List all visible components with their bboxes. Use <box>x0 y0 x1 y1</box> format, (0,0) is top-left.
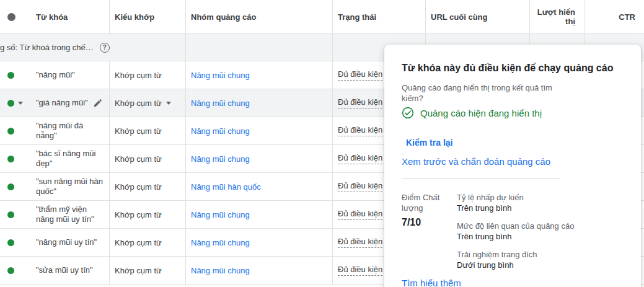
ad-group-link[interactable]: Nâng mũi hàn quốc <box>191 182 261 192</box>
row-ad-group-cell: Nâng mũi chung <box>186 145 333 172</box>
ad-group-link[interactable]: Nâng mũi chung <box>191 99 250 108</box>
status-enabled-dot-icon[interactable] <box>7 100 14 107</box>
popup-question: Quảng cáo đang hiển thị trong kết quả tì… <box>402 82 575 104</box>
row-match-type-cell: Khớp cụm từ <box>110 257 186 284</box>
match-type-text: Khớp cụm từ <box>115 210 162 219</box>
popup-divider <box>402 178 560 179</box>
quality-metric: Tỷ lệ nhấp dự kiến Trên trung bình <box>457 192 574 213</box>
ad-group-link[interactable]: Nâng mũi chung <box>191 210 250 219</box>
row-match-type-cell: Khớp cụm từ <box>110 145 186 172</box>
ad-group-link[interactable]: Nâng mũi chung <box>191 126 250 136</box>
serving-status-text: Quảng cáo hiện đang hiển thị <box>420 108 542 118</box>
row-match-type-cell: Khớp cụm từ <box>110 117 186 144</box>
header-final-url[interactable]: URL cuối cùng <box>426 0 530 33</box>
status-enabled-dot-icon[interactable] <box>7 72 14 79</box>
help-icon[interactable]: ? <box>100 43 110 53</box>
row-status-cell <box>0 229 29 256</box>
check-circle-icon <box>402 107 414 119</box>
status-text[interactable]: Đủ điều kiện <box>338 237 382 248</box>
status-enabled-dot-icon[interactable] <box>7 156 14 162</box>
status-text[interactable]: Đủ điều kiện <box>338 181 382 192</box>
preview-diagnose-link[interactable]: Xem trước và chẩn đoán quảng cáo <box>402 156 626 167</box>
summary-label-cell: g số: Từ khoá trong chế… ? <box>0 34 110 61</box>
row-ad-group-cell: Nâng mũi chung <box>186 229 333 256</box>
popup-title: Từ khóa này đủ điều kiện để chạy quảng c… <box>402 62 626 74</box>
row-keyword-cell: "nâng mũi đà nẵng" <box>29 117 110 144</box>
match-type-text: Khớp cụm từ <box>115 126 162 136</box>
quality-score-section: Điểm Chất lượng 7/10 Tỷ lệ nhấp dự kiến … <box>402 192 626 278</box>
row-match-type-cell: Khớp cụm từ <box>110 201 186 228</box>
row-ad-group-cell: Nâng mũi chung <box>186 61 333 89</box>
row-ad-group-cell: Nâng mũi chung <box>186 201 333 228</box>
metric-value: Trên trung bình <box>457 203 574 213</box>
metric-value: Dưới trung bình <box>457 260 574 270</box>
keyword-text: "nâng mũi" <box>36 70 75 80</box>
quality-score-metrics: Tỷ lệ nhấp dự kiến Trên trung bình Mức đ… <box>457 192 574 278</box>
status-text[interactable]: Đủ điều kiện <box>338 209 382 220</box>
keyword-text: "bác sĩ nâng mũi đẹp" <box>36 149 104 169</box>
status-enabled-dot-icon[interactable] <box>7 239 14 246</box>
match-type-text: Khớp cụm từ <box>115 99 162 108</box>
status-text[interactable]: Đủ điều kiện <box>338 97 382 108</box>
row-ad-group-cell: Nâng mũi chung <box>186 89 333 117</box>
match-type-text: Khớp cụm từ <box>115 266 162 275</box>
status-text[interactable]: Đủ điều kiện <box>338 265 382 276</box>
match-type-text: Khớp cụm từ <box>115 154 162 164</box>
quality-metric: Trải nghiệm trang đích Dưới trung bình <box>457 249 574 270</box>
row-match-type-cell: Khớp cụm từ <box>110 89 186 117</box>
header-match-type[interactable]: Kiểu khớp <box>110 0 186 33</box>
learn-more-link[interactable]: Tìm hiểu thêm <box>402 278 461 287</box>
recheck-link[interactable]: Kiểm tra lại <box>406 138 452 148</box>
row-status-cell <box>0 201 29 228</box>
row-ad-group-cell: Nâng mũi chung <box>186 117 333 144</box>
serving-status-line: Quảng cáo hiện đang hiển thị <box>402 107 626 119</box>
match-type-text: Khớp cụm từ <box>115 71 162 80</box>
keyword-text: "nâng mũi đà nẵng" <box>36 121 104 141</box>
table-header: Từ khóa Kiểu khớp Nhóm quảng cáo Trạng t… <box>0 0 644 34</box>
ad-group-link[interactable]: Nâng mũi chung <box>191 71 250 80</box>
keyword-diagnosis-popup: Từ khóa này đủ điều kiện để chạy quảng c… <box>384 45 641 287</box>
row-status-cell <box>0 173 29 200</box>
row-status-cell <box>0 61 29 89</box>
keyword-text: "nâng mũi uy tín" <box>36 237 97 247</box>
row-ad-group-cell: Nâng mũi chung <box>186 257 333 284</box>
row-ad-group-cell: Nâng mũi hàn quốc <box>186 173 333 200</box>
ad-group-link[interactable]: Nâng mũi chung <box>191 238 250 247</box>
metric-value: Trên trung bình <box>457 231 574 242</box>
header-status[interactable]: Trạng thái <box>333 0 426 33</box>
row-status-cell <box>0 117 29 144</box>
quality-score-value: 7/10 <box>402 217 457 228</box>
ad-group-link[interactable]: Nâng mũi chung <box>191 154 250 164</box>
edit-pencil-icon[interactable] <box>93 98 103 108</box>
row-status-cell <box>0 257 29 284</box>
row-status-cell <box>0 145 29 172</box>
row-keyword-cell: "giá nâng mũi" <box>29 89 110 117</box>
header-status-dot-cell[interactable] <box>0 0 29 33</box>
metric-label: Mức độ liên quan của quảng cáo <box>457 221 574 231</box>
row-match-type-cell: Khớp cụm từ <box>110 173 186 200</box>
header-ctr[interactable]: CTR <box>584 0 644 33</box>
status-text[interactable]: Đủ điều kiện <box>338 69 382 81</box>
row-keyword-cell: "sụn nâng mũi hàn quốc" <box>29 173 110 200</box>
row-keyword-cell: "thẩm mỹ viện nâng mũi uy tín" <box>29 201 110 228</box>
status-enabled-dot-icon[interactable] <box>7 211 14 218</box>
keyword-text: "thẩm mỹ viện nâng mũi uy tín" <box>36 205 104 224</box>
chevron-down-icon[interactable] <box>18 102 23 105</box>
row-keyword-cell: "bác sĩ nâng mũi đẹp" <box>29 145 110 172</box>
quality-score-label: Điểm Chất lượng <box>402 192 457 213</box>
keyword-text: "sửa mũi uy tín" <box>36 265 93 275</box>
ad-group-link[interactable]: Nâng mũi chung <box>191 266 250 275</box>
chevron-down-icon[interactable] <box>166 102 171 105</box>
row-keyword-cell: "sửa mũi uy tín" <box>29 257 110 284</box>
status-enabled-dot-icon[interactable] <box>7 128 14 135</box>
status-enabled-dot-icon[interactable] <box>7 183 14 190</box>
status-text[interactable]: Đủ điều kiện <box>338 153 382 164</box>
row-keyword-cell: "nâng mũi" <box>29 61 110 89</box>
row-keyword-cell: "nâng mũi uy tín" <box>29 229 110 256</box>
summary-label: g số: Từ khoá trong chế… <box>0 43 94 52</box>
header-ad-group[interactable]: Nhóm quảng cáo <box>186 0 333 33</box>
header-keyword[interactable]: Từ khóa <box>29 0 110 33</box>
status-enabled-dot-icon[interactable] <box>7 267 14 274</box>
status-text[interactable]: Đủ điều kiện <box>338 125 382 136</box>
header-impressions[interactable]: Lượt hiển thị <box>530 0 584 33</box>
